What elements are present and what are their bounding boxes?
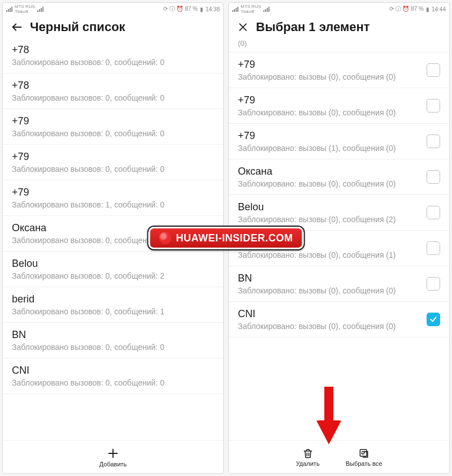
watermark-text: HUAWEI-INSIDER.COM [176, 232, 293, 244]
checkbox[interactable] [427, 313, 440, 326]
item-number: Belou [12, 257, 214, 270]
item-subtext: Заблокировано вызовов: 0, сообщений: 0 [12, 342, 214, 352]
trash-icon [302, 448, 314, 459]
item-subtext: Заблокировано: вызовы (0), сообщения (0) [238, 179, 421, 189]
list-item[interactable]: +78Заблокировано вызовов: 0, сообщений: … [3, 38, 223, 73]
statusbar: MTS RUS Tinkoff ⟳ ⓘ ⏰ 87 % ▮ 14:44 [229, 3, 449, 15]
checkbox[interactable] [427, 170, 440, 184]
watermark-badge: HUAWEI-INSIDER.COM [149, 227, 304, 249]
back-icon[interactable] [11, 21, 23, 33]
list-item[interactable]: +79Заблокировано: вызовы (0), сообщения … [229, 88, 449, 124]
list-item[interactable]: BelouЗаблокировано: вызовы (0), сообщени… [229, 195, 449, 231]
bottom-bar: Добавить [3, 440, 223, 473]
carrier-1: MTS RUS [241, 4, 261, 9]
item-subtext: Заблокировано вызовов: 0, сообщений: 2 [12, 271, 214, 281]
checkbox[interactable] [427, 277, 440, 291]
item-number: CNI [12, 364, 214, 377]
close-icon[interactable] [237, 21, 249, 33]
item-subtext: Заблокировано: вызовы (0), сообщения (2) [238, 214, 421, 224]
list-item[interactable]: ОксанаЗаблокировано: вызовы (0), сообщен… [229, 159, 449, 195]
item-number: +79 [238, 58, 421, 71]
header: Черный список [3, 15, 223, 38]
item-subtext: Заблокировано: вызовы (0), сообщения (0) [238, 285, 421, 296]
item-subtext: Заблокировано: вызовы (0), сообщения (0) [238, 107, 421, 118]
page-title: Выбран 1 элемент [256, 20, 370, 34]
list-item[interactable]: +79Заблокировано: вызовы (1), сообщения … [229, 124, 449, 159]
item-subtext: Заблокировано: вызовы (0), сообщения (0) [238, 321, 421, 331]
checkbox[interactable] [427, 63, 440, 77]
item-subtext: Заблокировано: вызовы (0), сообщения (1) [238, 250, 421, 260]
add-button[interactable]: Добавить [89, 447, 137, 468]
item-number: +79 [12, 186, 214, 198]
truncated-row-stub: (0) [229, 38, 449, 53]
item-number: Belou [238, 201, 421, 213]
status-indicators: ⟳ ⓘ ⏰ 87 % [163, 5, 198, 13]
item-number: Оксана [238, 165, 421, 178]
item-number: CNI [238, 308, 421, 320]
statusbar: MTS RUS Tinkoff ⟳ ⓘ ⏰ 87 % ▮ 14:38 [3, 3, 223, 15]
checkbox[interactable] [427, 206, 440, 219]
signal-icon [232, 6, 238, 12]
list-item[interactable]: +79Заблокировано вызовов: 0, сообщений: … [3, 109, 223, 145]
carrier-2: Tinkoff [241, 9, 261, 14]
item-number: +79 [238, 94, 421, 106]
list-item[interactable]: CNIЗаблокировано: вызовы (0), сообщения … [229, 302, 449, 337]
item-subtext: Заблокировано: вызовы (0), сообщения (0) [238, 72, 421, 82]
item-number: +79 [12, 150, 214, 163]
list-item[interactable]: BNЗаблокировано: вызовы (0), сообщения (… [229, 266, 449, 302]
list-item[interactable]: beridЗаблокировано вызовов: 0, сообщений… [3, 287, 223, 323]
item-subtext: Заблокировано вызовов: 0, сообщений: 0 [12, 378, 214, 388]
item-subtext: Заблокировано вызовов: 1, сообщений: 0 [12, 200, 214, 210]
battery-icon: ▮ [200, 6, 203, 12]
item-subtext: Заблокировано вызовов: 0, сообщений: 0 [12, 57, 214, 67]
signal-icon [6, 6, 12, 12]
add-label: Добавить [99, 461, 127, 468]
list-item[interactable]: +79Заблокировано: вызовы (0), сообщения … [229, 53, 449, 88]
item-subtext: Заблокировано вызовов: 0, сообщений: 0 [12, 128, 214, 139]
huawei-logo-icon [159, 232, 172, 244]
item-number: +79 [238, 129, 421, 142]
item-subtext: Заблокировано: вызовы (1), сообщения (0) [238, 143, 421, 153]
list-item[interactable]: CNIЗаблокировано вызовов: 0, сообщений: … [3, 358, 223, 394]
item-number: BN [12, 328, 214, 341]
select-all-button[interactable]: Выбрать все [336, 448, 393, 467]
item-number: BN [238, 272, 421, 284]
battery-icon: ▮ [426, 6, 429, 12]
header: Выбран 1 элемент [229, 15, 449, 38]
svg-rect-1 [324, 387, 333, 422]
carrier-1: MTS RUS [15, 4, 35, 9]
page-title: Черный список [30, 20, 125, 34]
item-subtext: Заблокировано вызовов: 0, сообщений: 0 [12, 164, 214, 174]
clock: 14:44 [432, 6, 446, 12]
item-number: berid [12, 293, 214, 305]
checkbox[interactable] [427, 99, 440, 112]
plus-icon [107, 447, 119, 460]
item-number: +78 [12, 79, 214, 92]
select-all-label: Выбрать все [346, 460, 383, 467]
checkbox[interactable] [427, 135, 440, 148]
list-item[interactable]: BelouЗаблокировано вызовов: 0, сообщений… [3, 252, 223, 287]
delete-button[interactable]: Удалить [286, 448, 330, 467]
item-number: +78 [12, 44, 214, 56]
status-indicators: ⟳ ⓘ ⏰ 87 % [389, 5, 424, 13]
list-item[interactable]: +79Заблокировано вызовов: 1, сообщений: … [3, 180, 223, 216]
checkbox[interactable] [427, 241, 440, 255]
list-item[interactable]: BNЗаблокировано вызовов: 0, сообщений: 0 [3, 323, 223, 358]
carrier-2: Tinkoff [15, 9, 35, 14]
item-subtext: Заблокировано вызовов: 0, сообщений: 0 [12, 93, 214, 103]
signal-icon [263, 6, 270, 12]
item-subtext: Заблокировано вызовов: 0, сообщений: 1 [12, 306, 214, 317]
list-item[interactable]: +78Заблокировано вызовов: 0, сообщений: … [3, 73, 223, 109]
signal-icon [37, 6, 44, 12]
delete-label: Удалить [296, 460, 320, 467]
item-number: +79 [12, 115, 214, 127]
list-item[interactable]: +79Заблокировано вызовов: 0, сообщений: … [3, 145, 223, 180]
tutorial-arrow [312, 387, 346, 449]
clock: 14:38 [206, 6, 220, 12]
select-all-icon [358, 448, 370, 459]
